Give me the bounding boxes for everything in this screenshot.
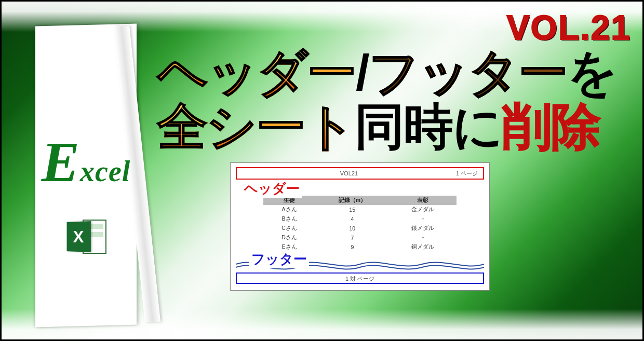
headline-wo: を [567, 45, 617, 100]
table-row: Dさん 7 － [263, 233, 457, 242]
headline-header-word: ヘッダー [157, 45, 356, 100]
preview-footer-text: 1 対 ページ [345, 276, 374, 282]
cell-name: Aさん [263, 205, 316, 214]
headline-slash: / [356, 45, 369, 100]
book-panel: Excel X [35, 23, 137, 327]
headline: ヘッダー/フッターを 全シート同時に削除 [157, 46, 625, 153]
cell-name: Dさん [263, 233, 316, 242]
cell-score: 4 [316, 214, 389, 224]
excel-wordmark: Excel [42, 139, 131, 188]
cell-name: Bさん [263, 214, 316, 224]
headline-allsheets: 全シート [157, 99, 355, 154]
volume-label: VOL.21 [507, 8, 631, 47]
excel-wordmark-rest: xcel [80, 155, 130, 188]
thumbnail-frame: Excel X VOL.21 ヘッダー/フッターを 全シート同時に削除 VOL2… [0, 0, 644, 341]
headline-delete: 削除 [502, 99, 600, 154]
cell-award: 金メダル [389, 205, 457, 214]
headline-row-1: ヘッダー/フッターを [157, 46, 625, 100]
excel-icon-x: X [66, 221, 90, 252]
cell-name: Cさん [263, 224, 316, 233]
cell-award: － [389, 233, 457, 242]
headline-footer-word: フッター [369, 45, 567, 100]
header-label: ヘッダー [242, 180, 302, 198]
preview-header-center: VOL21 [242, 170, 456, 176]
preview-header-box: VOL21 1 ページ [236, 167, 484, 180]
headline-ni: に [452, 99, 502, 154]
cell-score: 15 [316, 205, 389, 214]
table-row: Cさん 10 銀メダル [263, 224, 457, 233]
preview-header-right: 1 ページ [456, 170, 478, 178]
headline-douji: 同時 [355, 99, 452, 154]
preview-footer-box: 1 対 ページ [236, 272, 484, 284]
footer-label: フッター [249, 250, 309, 268]
excel-wordmark-initial: E [42, 139, 80, 185]
col-award: 表彰 [389, 196, 457, 205]
cell-score: 7 [316, 233, 389, 242]
data-table: 生徒 記録（m） 表彰 Aさん 15 金メダル Bさん 4 － [263, 196, 457, 252]
headline-row-2: 全シート同時に削除 [157, 100, 625, 154]
cell-score: 10 [316, 224, 389, 233]
excel-icon: X [66, 216, 106, 257]
table-row: Bさん 4 － [263, 214, 457, 224]
cell-award: 銀メダル [389, 224, 457, 233]
page-preview: VOL21 1 ページ ヘッダー 砲丸投げ 生徒 記録（m） 表彰 Aさん 15 [230, 162, 490, 291]
table-wrap: 生徒 記録（m） 表彰 Aさん 15 金メダル Bさん 4 － [263, 196, 457, 252]
cell-award: 銅メダル [389, 242, 457, 252]
cell-score: 9 [316, 242, 389, 252]
cell-award: － [389, 214, 457, 224]
table-row: Aさん 15 金メダル [263, 205, 457, 214]
col-score: 記録（m） [316, 196, 389, 205]
